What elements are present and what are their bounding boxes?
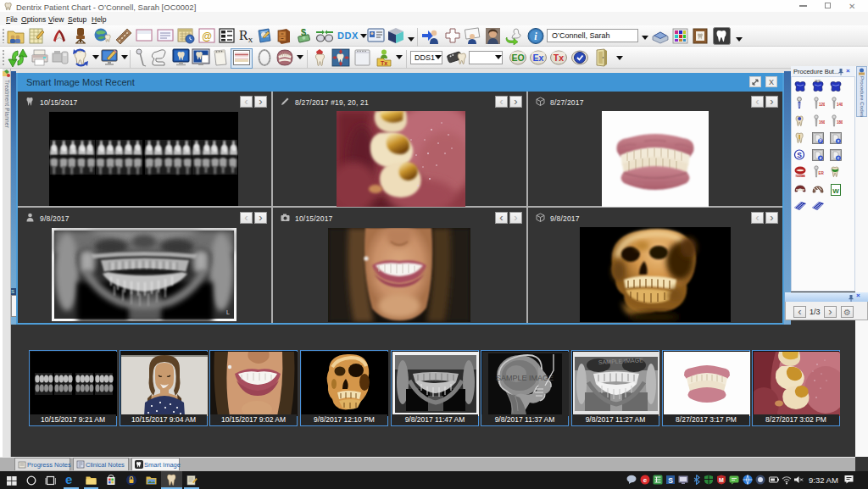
svg-text:P: P [819, 139, 821, 143]
svg-text:140: 140 [837, 103, 843, 107]
svg-text:ARREST: ARREST [795, 175, 805, 178]
svg-text:EO: EO [511, 53, 524, 63]
svg-text:Tx: Tx [554, 53, 564, 63]
svg-text:L: L [226, 309, 230, 315]
svg-text:120: 120 [819, 103, 825, 107]
svg-text:@: @ [202, 31, 212, 42]
svg-text:Ex: Ex [533, 53, 544, 63]
svg-text:S: S [668, 476, 673, 485]
svg-text:Tx: Tx [381, 60, 387, 66]
svg-text:MOD: MOD [815, 80, 822, 83]
svg-text:160: 160 [819, 120, 825, 125]
svg-text:SAMPLE IMAGE: SAMPLE IMAGE [496, 374, 554, 382]
svg-text:W: W [832, 187, 839, 195]
svg-text:e: e [643, 476, 648, 484]
svg-text:M: M [719, 477, 724, 483]
svg-text:ER: ER [819, 171, 825, 175]
svg-text:S: S [797, 151, 802, 159]
svg-text:180: 180 [837, 120, 843, 125]
